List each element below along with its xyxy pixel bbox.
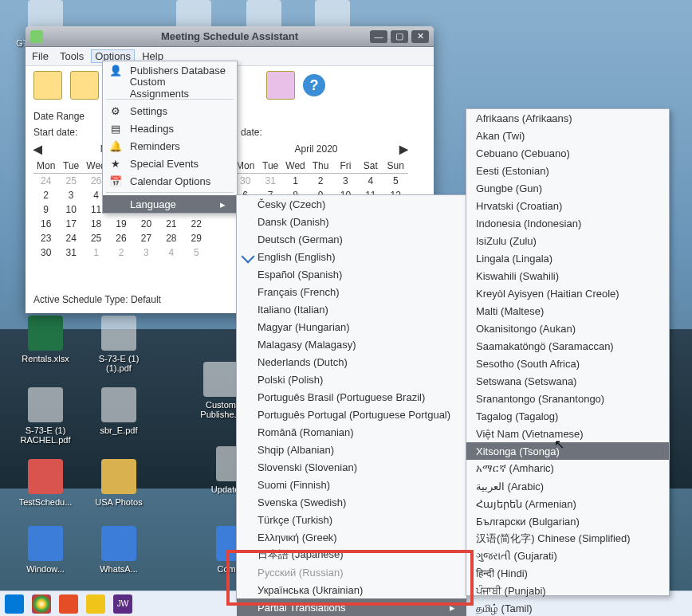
language-submenu: Česky (Czech)Dansk (Danish)Deutsch (Germ…	[236, 194, 467, 601]
language-option[interactable]: Türkçe (Turkish)	[237, 511, 466, 528]
language-option[interactable]: தமிழ் (Tamil)	[466, 600, 669, 616]
language-option[interactable]: Română (Romanian)	[237, 423, 466, 441]
active-schedule-type: Active Schedule Type: Default	[33, 294, 161, 305]
cal-prev-icon[interactable]: ◀	[33, 143, 42, 155]
toolbar-open-icon[interactable]	[70, 71, 99, 100]
language-option[interactable]: العربية (Arabic)	[466, 477, 669, 495]
language-option[interactable]: Ελληνική (Greek)	[237, 528, 466, 546]
language-option[interactable]: Setswana (Setswana)	[466, 372, 669, 390]
close-button[interactable]: ✕	[411, 30, 429, 43]
taskbar-jw-icon[interactable]: JW	[113, 594, 132, 614]
language-option[interactable]: Lingala (Lingala)	[466, 249, 669, 267]
desktop-icon[interactable]: S-73-E (1) (1).pdf	[89, 316, 148, 373]
options-dropdown: 👤Publishers Database Custom Assignments …	[102, 61, 238, 214]
menu-item-calendar-options[interactable]: 📅Calendar Options	[103, 172, 237, 190]
toolbar-settings-icon[interactable]	[266, 71, 295, 100]
menu-item-settings[interactable]: ⚙Settings	[103, 102, 237, 120]
language-option[interactable]: Español (Spanish)	[237, 265, 466, 283]
language-option[interactable]: Français (French)	[237, 283, 466, 300]
language-option[interactable]: Česky (Czech)	[237, 195, 466, 213]
language-option[interactable]: Svenska (Swedish)	[237, 493, 466, 511]
language-option[interactable]: Shqip (Albanian)	[237, 441, 466, 458]
titlebar[interactable]: Meeting Schedule Assistant — ▢ ✕	[26, 26, 434, 47]
language-option[interactable]: Հայերեն (Armenian)	[466, 495, 669, 512]
menu-file[interactable]: File	[32, 50, 49, 62]
date-range-label: Date Range	[33, 111, 85, 122]
language-option[interactable]: Kiswahili (Swahili)	[466, 267, 669, 284]
language-option[interactable]: አማርኛ (Amharic)	[466, 460, 669, 477]
menu-tools[interactable]: Tools	[60, 50, 84, 62]
language-option[interactable]: Xitsonga (Tsonga)	[466, 442, 669, 460]
language-option[interactable]: Akan (Twi)	[466, 127, 669, 144]
taskbar-chrome-icon[interactable]	[32, 594, 51, 614]
language-option[interactable]: Български (Bulgarian)	[466, 512, 669, 530]
desktop-icon[interactable]: Rentals.xlsx	[16, 316, 75, 363]
language-option[interactable]: Deutsch (German)	[237, 230, 466, 248]
menu-item-special-events[interactable]: ★Special Events	[103, 155, 237, 172]
app-icon	[30, 30, 43, 43]
language-option[interactable]: Saamakatöngö (Saramaccan)	[466, 337, 669, 355]
language-option[interactable]: Sesotho (South Africa)	[466, 355, 669, 372]
cal-next-icon[interactable]: ▶	[399, 143, 408, 155]
language-option[interactable]: ગુજરાતી (Gujarati)	[466, 547, 669, 565]
language-option[interactable]: Gungbe (Gun)	[466, 179, 669, 197]
language-option[interactable]: Dansk (Danish)	[237, 213, 466, 230]
calendar-icon: 📅	[108, 175, 124, 187]
menu-item-language[interactable]: Language▸	[103, 195, 237, 213]
language-option[interactable]: IsiZulu (Zulu)	[466, 232, 669, 249]
annotation-highlight	[226, 550, 474, 606]
maximize-button[interactable]: ▢	[391, 30, 408, 43]
star-icon: ★	[108, 158, 124, 170]
taskbar-folder-icon[interactable]	[86, 594, 105, 614]
bell-icon: 🔔	[108, 140, 124, 152]
chevron-right-icon: ▸	[220, 198, 226, 210]
language-option[interactable]: English (English)	[237, 248, 466, 265]
desktop-icon[interactable]: TestSchedu...	[16, 459, 75, 507]
language-option[interactable]: Malti (Maltese)	[466, 302, 669, 320]
cal-end-month: April 2020	[294, 143, 337, 155]
language-option[interactable]: Hrvatski (Croatian)	[466, 197, 669, 214]
language-option[interactable]: Việt Nam (Vietnamese)	[466, 425, 669, 442]
language-option[interactable]: Português Portugal (Portuguese Portgual)	[237, 406, 466, 423]
desktop-icon[interactable]: S-73-E (1) RACHEL.pdf	[16, 387, 75, 445]
language-option[interactable]: Nederlands (Dutch)	[237, 353, 466, 371]
language-option[interactable]: Eesti (Estonian)	[466, 162, 669, 179]
language-option[interactable]: Magyar (Hungarian)	[237, 318, 466, 335]
language-option[interactable]: ਪੰਜਾਬੀ (Punjabi)	[466, 583, 669, 600]
language-option[interactable]: हिन्दी (Hindi)	[466, 565, 669, 583]
desktop-icon[interactable]: USA Photos	[89, 459, 148, 507]
taskbar-opera-icon[interactable]	[59, 594, 78, 614]
start-date-label: Start date:	[33, 127, 77, 138]
gear-icon: ⚙	[108, 105, 124, 117]
language-option[interactable]: Suomi (Finnish)	[237, 476, 466, 493]
desktop-icon[interactable]: Window...	[16, 526, 75, 574]
language-option[interactable]: Afrikaans (Afrikaans)	[466, 109, 669, 127]
language-option[interactable]: Sranantongo (Sranantongo)	[466, 390, 669, 407]
toolbar-new-icon[interactable]	[33, 71, 62, 100]
partial-translations-submenu: Afrikaans (Afrikaans)Akan (Twi)Cebuano (…	[466, 108, 670, 596]
desktop-icon[interactable]: WhatsA...	[89, 526, 148, 574]
language-option[interactable]: Polski (Polish)	[237, 371, 466, 388]
language-option[interactable]: Cebuano (Cebuano)	[466, 144, 669, 162]
language-option[interactable]: Slovenski (Slovenian)	[237, 458, 466, 476]
menu-item-custom-assignments[interactable]: Custom Assignments	[103, 79, 237, 96]
menu-item-reminders[interactable]: 🔔Reminders	[103, 137, 237, 155]
language-option[interactable]: Malagasy (Malagasy)	[237, 335, 466, 353]
desktop-icon[interactable]: sbr_E.pdf	[89, 387, 148, 435]
language-option[interactable]: Indonesia (Indonesian)	[466, 214, 669, 232]
toolbar-help-icon[interactable]: ?	[303, 74, 325, 96]
minimize-button[interactable]: —	[370, 30, 387, 43]
language-option[interactable]: Kreyòl Ayisyen (Haitian Creole)	[466, 284, 669, 302]
menu-item-headings[interactable]: ▤Headings	[103, 120, 237, 137]
language-option[interactable]: Okanisitongo (Aukan)	[466, 320, 669, 337]
list-icon: ▤	[108, 123, 124, 135]
start-button[interactable]	[5, 594, 24, 614]
person-icon: 👤	[108, 65, 124, 77]
language-option[interactable]: Tagalog (Tagalog)	[466, 407, 669, 425]
language-option[interactable]: Português Brasil (Portuguese Brazil)	[237, 388, 466, 406]
language-option[interactable]: 汉语(简化字) Chinese (Simplified)	[466, 530, 669, 547]
language-option[interactable]: Italiano (Italian)	[237, 300, 466, 318]
